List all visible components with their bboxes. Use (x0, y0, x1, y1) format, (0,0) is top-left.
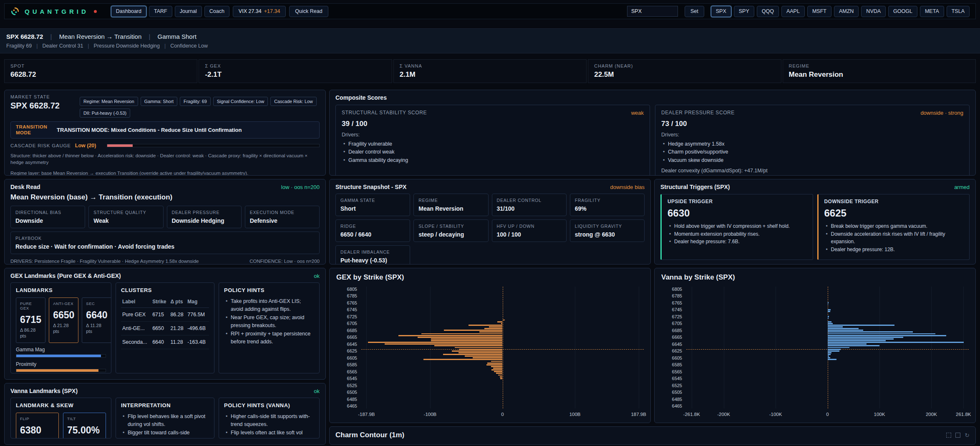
reset-view-icon[interactable]: ↻ (965, 433, 970, 438)
gridline (724, 287, 724, 408)
y-tick-label: 6745 (347, 307, 357, 312)
x-tick-label: 261.8K (956, 412, 971, 417)
panel-title: Vanna Landmarks (SPX) (10, 388, 78, 394)
regime-path: Mean Reversion → Transition (59, 33, 142, 40)
interpretation-item: Bigger tilt toward calls-side supports s… (121, 429, 209, 438)
y-tick-label: 6565 (672, 369, 682, 374)
desk-tile: DEALER PRESSURE Downside Hedging (167, 206, 242, 228)
chart-bar (828, 323, 833, 324)
drivers-list: Fragility vulnerableDealer control weakG… (342, 140, 644, 164)
chart-bar (828, 335, 947, 336)
chart-bar (828, 350, 840, 352)
nav-tab[interactable]: Coach (204, 6, 229, 17)
y-tick-label: 6765 (347, 300, 357, 305)
stats-row: SPOT 6628.72 Σ GEX -2.1T Σ VANNA 2.1M CH… (4, 59, 976, 83)
chart-bar (452, 350, 503, 352)
policy-hint: Near Pure GEX, cap size; avoid pressing … (224, 314, 314, 330)
chart-bar (473, 357, 502, 358)
gridline (879, 287, 880, 408)
chart-bar (459, 349, 502, 350)
y-tick-label: 6545 (347, 376, 357, 381)
ticker-button[interactable]: SPY (734, 6, 754, 17)
panel-title: Charm Contour (1m) (335, 431, 404, 439)
y-tick-label: 6565 (347, 369, 357, 374)
tile-value: 69% (575, 205, 640, 212)
tile-value: Mean Reversion (418, 205, 483, 212)
score-value: 39 / 100 (342, 120, 644, 128)
proximity-label: Proximity (16, 361, 106, 367)
ticker-button[interactable]: AAPL (781, 6, 805, 17)
dealer-convexity-note: Dealer convexity (dGamma/dSpot): +47.1M/… (661, 168, 963, 174)
lmtile-sub: Δ 21.28pts (53, 323, 74, 335)
nav-tab[interactable]: Journal (175, 6, 202, 17)
nav-tab[interactable]: TARF (149, 6, 172, 17)
downside-trigger-card: DOWNSIDE TRIGGER 6625 Break below trigge… (817, 194, 970, 260)
chart-plot-area[interactable]: -187.9B-100B0100B187.9B68056785676567456… (361, 287, 644, 408)
y-tick-label: 6705 (347, 321, 357, 326)
lmtile-label: ANTI-GEX (53, 301, 74, 306)
ticker-button[interactable]: GOOGL (888, 6, 917, 17)
quick-read-button[interactable]: Quick Read (289, 6, 328, 17)
pan-icon[interactable] (955, 433, 960, 438)
landmark-skew-card: LANDMARK & SKEW FLIP 6380 Zero-cross TIL… (10, 398, 111, 438)
spot-reference-line (361, 349, 644, 350)
ticker-button[interactable]: QQQ (757, 6, 779, 17)
desk-read-heading: Mean Reversion (base) → Transition (exec… (10, 193, 320, 202)
snapshot-tile: GAMMA STATE Short (335, 194, 410, 216)
tile-value: Defensive (250, 217, 315, 224)
playbook-value: Reduce size · Wait for confirmation · Av… (15, 243, 315, 250)
nav-tab[interactable]: Dashboard (111, 6, 146, 17)
trigger-label: UPSIDE TRIGGER (668, 199, 807, 204)
chart-bar (828, 302, 829, 303)
gridline (639, 287, 639, 408)
trigger-value: 6630 (668, 207, 807, 219)
stat-label: SPOT (10, 63, 191, 68)
gridline (366, 287, 367, 408)
ticker-button[interactable]: SPX (711, 6, 731, 17)
zoom-select-icon[interactable] (946, 433, 951, 438)
vix-chip[interactable]: VIX 27.34 +17.34 (233, 6, 286, 17)
vanna-by-strike-chart[interactable]: Vanna by Strike (SPX) -261.8K-200K-100K0… (654, 268, 976, 423)
ticker-button[interactable]: MSFT (807, 6, 831, 17)
stat-label: CHARM (NEAR) (594, 63, 775, 68)
chart-bar (828, 345, 879, 346)
lmtile-value: 6650 (53, 310, 74, 321)
driver-item: Hedge asymmetry 1.58x (661, 140, 963, 148)
zero-axis-line (503, 287, 503, 408)
set-ticker-button[interactable]: Set (685, 6, 704, 17)
chart-bar (828, 326, 843, 328)
y-tick-label: 6465 (347, 403, 357, 408)
clusters-table: Label Strike Δ pts Mag Pure GEX (121, 296, 209, 349)
navbar: QUANTGRID DashboardTARFJournalCoach VIX … (4, 3, 976, 19)
tile-label: DEALER CONTROL (497, 198, 562, 203)
chart-bar (828, 337, 904, 338)
ticker-input[interactable] (627, 6, 678, 17)
separator: | (50, 33, 52, 40)
triggers-status: armed (954, 184, 970, 190)
y-tick-label: 6625 (672, 348, 682, 353)
gex-by-strike-chart[interactable]: GEX by Strike (SPX) -187.9B-100B0100B187… (329, 268, 651, 423)
landmarks-title: LANDMARKS (16, 287, 106, 293)
ticker-button[interactable]: TSLA (947, 6, 970, 17)
state-chip: Gamma: Short (141, 97, 177, 106)
y-tick-label: 6605 (672, 355, 682, 360)
driver-item: Vacuum skew downside (661, 156, 963, 164)
chart-plot-area[interactable]: -261.8K-200K-100K0100K200K261.8K68056785… (686, 287, 969, 408)
gamma-mag-label: Gamma Mag (16, 347, 106, 353)
interpretation-card: INTERPRETATION Flip level behaves like a… (116, 398, 214, 438)
chart-title: Vanna by Strike (SPX) (661, 273, 969, 282)
gridline (963, 287, 964, 408)
y-tick-label: 6705 (672, 321, 682, 326)
gamma-mag-fill (16, 355, 101, 357)
ticker-button[interactable]: META (920, 6, 944, 17)
panel-title: Desk Read (10, 184, 40, 190)
chart-bar (486, 364, 502, 365)
trigger-label: DOWNSIDE TRIGGER (824, 199, 964, 204)
tile-label: STRUCTURE QUALITY (93, 210, 158, 215)
y-tick-label: 6805 (672, 287, 682, 292)
brand-name: QUANTGRID (25, 8, 89, 15)
desk-tile: EXECUTION MODE Defensive (245, 206, 320, 228)
chart-bar (489, 326, 503, 328)
ticker-button[interactable]: AMZN (834, 6, 859, 17)
ticker-button[interactable]: NVDA (861, 6, 886, 17)
